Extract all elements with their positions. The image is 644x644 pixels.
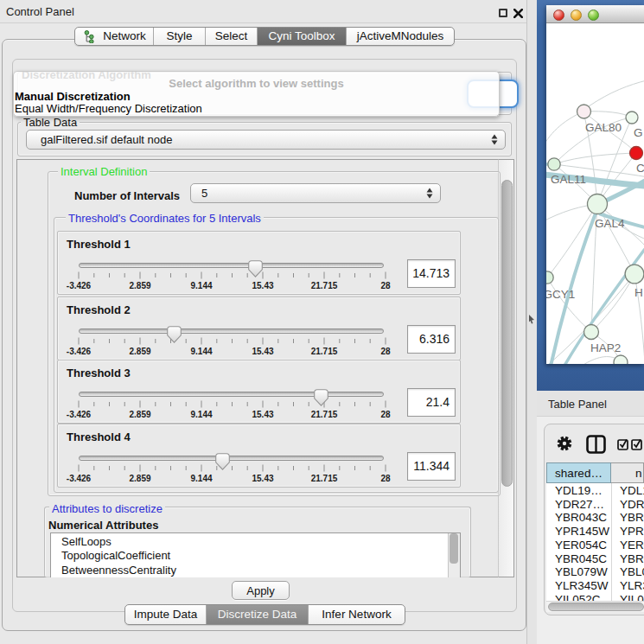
svg-text:GAL11: GAL11 — [551, 173, 586, 186]
svg-text:GAL4: GAL4 — [595, 217, 625, 230]
svg-text:H: H — [634, 286, 643, 299]
svg-text:GCY1: GCY1 — [546, 288, 575, 301]
svg-text:GAL80: GAL80 — [585, 121, 622, 134]
svg-text:C: C — [636, 162, 644, 175]
svg-text:G: G — [634, 126, 643, 139]
svg-text:HAP2: HAP2 — [590, 341, 621, 354]
